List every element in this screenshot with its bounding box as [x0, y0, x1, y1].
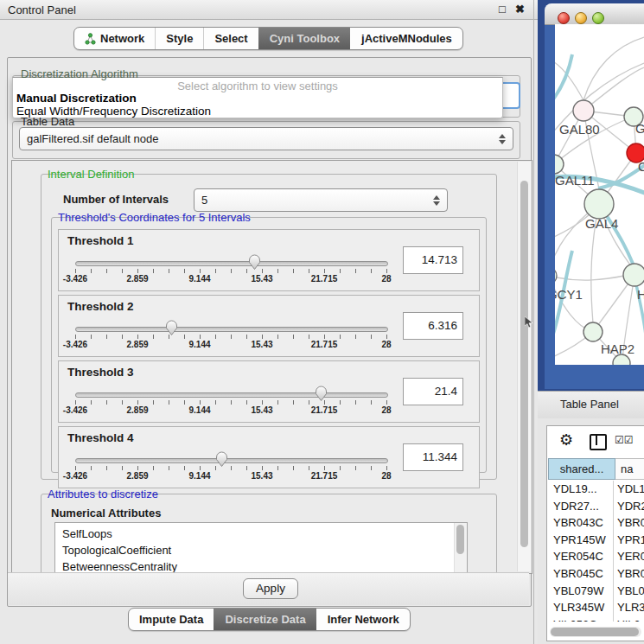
cell-shared-name: YBL079W: [548, 583, 614, 600]
tab-select[interactable]: Select: [203, 28, 258, 49]
scrollbar-thumb[interactable]: [520, 181, 528, 547]
apply-button[interactable]: Apply: [243, 578, 298, 599]
threshold-slider-track[interactable]: [75, 261, 388, 266]
threshold-value-field[interactable]: 11.344: [403, 443, 463, 471]
threshold-label: Threshold 2: [67, 300, 134, 313]
threshold-slider-handle[interactable]: [314, 384, 328, 402]
tab-impute-data[interactable]: Impute Data: [129, 609, 214, 630]
attribute-list-item[interactable]: TopologicalCoefficient: [55, 542, 467, 558]
popup-option-manual-discretization[interactable]: Manual Discretization: [16, 92, 137, 105]
threshold-slider-track[interactable]: [75, 458, 388, 463]
tick-label: 2.859: [126, 340, 148, 349]
tick-label: -3.426: [63, 405, 87, 415]
close-window-icon[interactable]: ✖: [515, 3, 525, 16]
table-rows: YDL19...YDL1YDR27...YDR2YBR043CYBR0YPR14…: [548, 481, 644, 622]
cell-shared-name: YDR27...: [548, 498, 614, 515]
numerical-attributes-list[interactable]: SelfLoopsTopologicalCoefficientBetweenne…: [54, 522, 468, 574]
tick-label: 28: [381, 405, 391, 415]
threshold-3-panel: Threshold 3-3.4262.8599.14415.4321.71528…: [58, 360, 480, 423]
node-table: ⚙ ☑☑ shared... na YDL19...YDL1YDR27...YD…: [546, 425, 644, 641]
network-window-titlebar: [545, 3, 644, 25]
scrollbar-thumb[interactable]: [551, 628, 639, 636]
table-row[interactable]: YBR043CYBR0: [548, 514, 644, 532]
table-row[interactable]: YBR045CYBR0: [548, 565, 644, 583]
cell-shared-name: YER054C: [548, 548, 614, 565]
cell-name: YPR1: [614, 532, 644, 549]
control-panel-titlebar: Control Panel □ ✖: [0, 0, 538, 20]
threshold-value-field[interactable]: 14.713: [403, 246, 463, 274]
table-row[interactable]: YPR145WYPR1: [548, 532, 644, 549]
table-row[interactable]: YDL19...YDL1: [548, 481, 644, 498]
node-label: GAL80: [559, 122, 600, 137]
zoom-traffic-light[interactable]: [592, 12, 604, 24]
cell-name: YBR0: [614, 565, 644, 583]
close-traffic-light[interactable]: [558, 12, 570, 24]
top-tab-bar: NetworkStyleSelectCyni ToolboxjActiveMNo…: [73, 27, 463, 50]
tick-label: 21.715: [311, 274, 338, 284]
threshold-value-field[interactable]: 6.316: [403, 312, 463, 340]
column-view-icon[interactable]: [590, 434, 607, 450]
threshold-value-field[interactable]: 21.4: [403, 378, 463, 405]
table-row[interactable]: YER054CYER0: [548, 548, 644, 565]
table-row[interactable]: YIL052CYIL0: [548, 616, 644, 622]
tab-discretize-data[interactable]: Discretize Data: [214, 609, 316, 630]
column-header-shared-name[interactable]: shared...: [548, 458, 615, 480]
network-graph: GAL80 GA C GAL11 GAL4 GCY1 H HAP2: [555, 24, 644, 365]
network-node[interactable]: [623, 264, 644, 286]
tab-cyni-toolbox[interactable]: Cyni Toolbox: [258, 28, 350, 49]
network-node[interactable]: [573, 100, 594, 121]
node-label: C: [638, 159, 644, 174]
cell-shared-name: YPR145W: [548, 532, 614, 549]
threshold-slider-track[interactable]: [75, 327, 388, 332]
table-data-combobox[interactable]: galFiltered.sif default node: [19, 127, 513, 150]
network-node[interactable]: [583, 322, 603, 341]
numerical-attributes-label: Numerical Attributes: [51, 507, 161, 520]
algorithm-popup-hint: Select algorithm to view settings: [13, 80, 502, 92]
cell-name: YIL0: [614, 616, 644, 622]
node-label: GCY1: [555, 287, 583, 302]
tab-jactivemnodules[interactable]: jActiveMNodules: [350, 28, 462, 49]
tick-label: 2.859: [126, 471, 148, 481]
panel-vertical-scrollbar[interactable]: [517, 162, 531, 571]
network-canvas[interactable]: GAL80 GA C GAL11 GAL4 GCY1 H HAP2: [555, 24, 644, 365]
gear-icon[interactable]: ⚙: [559, 430, 573, 450]
table-data-legend: Table Data: [19, 115, 76, 128]
select-columns-icon[interactable]: ☑☑: [615, 434, 634, 446]
attributes-list-scrollbar[interactable]: [454, 523, 467, 574]
interval-definition-legend: Interval Definition: [46, 168, 136, 181]
node-label: GA: [635, 121, 644, 136]
threshold-slider-handle[interactable]: [247, 252, 262, 271]
cell-shared-name: YDL19...: [548, 481, 614, 498]
table-panel-titlebar: Table Panel: [538, 391, 644, 419]
network-node[interactable]: [555, 267, 557, 284]
tab-label: Network: [100, 32, 144, 45]
cell-name: YLR3: [614, 599, 644, 616]
float-window-icon[interactable]: □: [499, 3, 506, 16]
control-panel-title: Control Panel: [8, 3, 76, 16]
tab-style[interactable]: Style: [155, 28, 203, 49]
threshold-slider-handle[interactable]: [214, 450, 229, 468]
table-row[interactable]: YBL079WYBL0: [548, 583, 644, 600]
threshold-slider-track[interactable]: [75, 392, 388, 398]
number-of-intervals-combobox[interactable]: 5: [194, 188, 448, 212]
tick-label: 9.144: [188, 405, 210, 415]
table-row[interactable]: YDR27...YDR2: [548, 498, 644, 515]
cell-shared-name: YBR043C: [548, 514, 614, 532]
threshold-slider-handle[interactable]: [164, 318, 179, 336]
network-node[interactable]: [584, 189, 614, 219]
cell-name: YBL0: [614, 583, 644, 600]
bottom-tab-bar: Impute DataDiscretize DataInfer Network: [128, 608, 411, 631]
minimize-traffic-light[interactable]: [575, 12, 587, 24]
tab-infer-network[interactable]: Infer Network: [316, 609, 410, 630]
table-data-combobox-value: galFiltered.sif default node: [27, 132, 158, 145]
column-header-name[interactable]: na: [615, 458, 644, 480]
table-row[interactable]: YLR345WYLR3: [548, 599, 644, 616]
panel-divider: [533, 0, 534, 644]
scrollbar-thumb[interactable]: [456, 525, 464, 554]
attributes-legend: Attributes to discretize: [46, 488, 160, 501]
tab-network[interactable]: Network: [74, 28, 155, 49]
table-horizontal-scrollbar[interactable]: [550, 627, 641, 637]
tab-label: Discretize Data: [225, 613, 305, 626]
attribute-list-item[interactable]: SelfLoops: [55, 526, 467, 542]
tick-label: 28: [381, 471, 391, 481]
